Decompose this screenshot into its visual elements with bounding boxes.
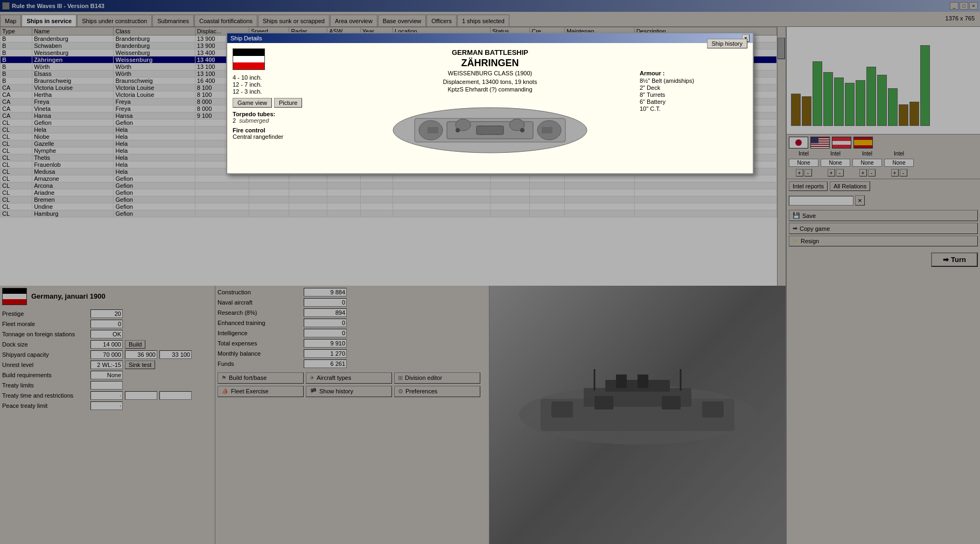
armour-turrets: 8" Turrets (640, 91, 747, 98)
modal-title-bar: Ship Details × (227, 33, 753, 43)
armour-ct: 10" C.T. (640, 105, 747, 112)
svg-rect-16 (428, 127, 438, 133)
fire-control-label: Fire control (233, 127, 340, 133)
armour-deck: 2" Deck (640, 84, 747, 91)
gun-item-2: 12 - 7 inch. (233, 81, 340, 88)
armour-belt: 8½" Belt (amidships) (640, 77, 747, 84)
torpedo-type: submerged (239, 117, 269, 124)
modal-ship-class: WEISSENBURG CLASS (1900) (346, 70, 634, 76)
fire-control-value: Central rangefinder (233, 133, 340, 140)
torpedo-title: Torpedo tubes: (233, 111, 340, 117)
svg-point-24 (456, 128, 460, 132)
gun-item-1: 4 - 10 inch. (233, 74, 340, 81)
armour-battery: 6" Battery (640, 98, 747, 105)
gun-item-3: 12 - 3 inch. (233, 88, 340, 95)
ship-history-btn[interactable]: Ship history (707, 39, 747, 48)
modal-left: 4 - 10 inch. 12 - 7 inch. 12 - 3 inch. G… (233, 48, 340, 168)
modal-displacement-text: Displacement, 13400 tons, 19 knots (346, 79, 634, 85)
torpedo-section: Torpedo tubes: 2 submerged (233, 111, 340, 124)
modal-ship-name: ZÄHRINGEN (346, 58, 634, 69)
modal-overlay: Ship Details × 4 - 10 inch. 12 - 7 inch.… (0, 0, 980, 544)
modal-ship-title: GERMAN BATTLESHIP (346, 48, 634, 56)
modal-right: Ship history Armour : 8½" Belt (amidship… (640, 48, 747, 168)
modal-commander: KptzS Ehrhardt (?) commanding (346, 86, 634, 93)
game-view-btn[interactable]: Game view (233, 98, 272, 108)
armour-section: Armour : 8½" Belt (amidships) 2" Deck 8"… (640, 70, 747, 112)
view-buttons: Game view Picture (233, 98, 340, 108)
modal-content: 4 - 10 inch. 12 - 7 inch. 12 - 3 inch. G… (227, 43, 753, 173)
guns-list: 4 - 10 inch. 12 - 7 inch. 12 - 3 inch. (233, 74, 340, 95)
svg-rect-23 (477, 126, 503, 135)
picture-btn[interactable]: Picture (274, 98, 302, 108)
torpedo-count-type: 2 submerged (233, 117, 340, 124)
torpedo-count: 2 (233, 117, 236, 124)
armour-title: Armour : (640, 70, 747, 76)
svg-rect-18 (542, 127, 552, 133)
fire-control-section: Fire control Central rangefinder (233, 127, 340, 140)
svg-point-25 (520, 128, 524, 132)
ship-flag (233, 48, 265, 70)
modal-title-text: Ship Details (230, 35, 262, 41)
ship-detail-modal: Ship Details × 4 - 10 inch. 12 - 7 inch.… (226, 32, 754, 174)
modal-center: GERMAN BATTLESHIP ZÄHRINGEN WEISSENBURG … (346, 48, 634, 168)
ship-topview-svg (382, 98, 598, 163)
